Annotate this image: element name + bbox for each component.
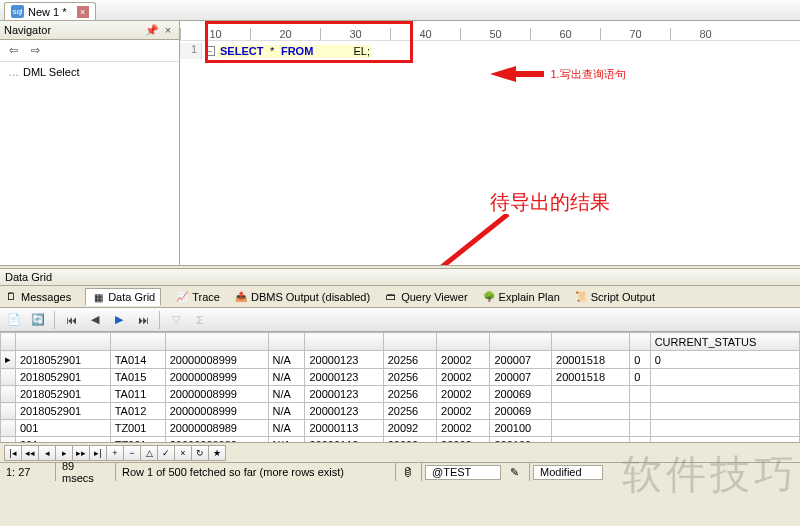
- rec-last-icon[interactable]: ▸|: [89, 445, 107, 461]
- prev-icon[interactable]: ◀: [85, 310, 105, 330]
- tree-item-dml-select[interactable]: DML Select: [8, 66, 171, 78]
- first-icon[interactable]: ⏮: [61, 310, 81, 330]
- cell[interactable]: [552, 386, 630, 403]
- cell[interactable]: TZ001: [110, 420, 165, 437]
- table-row[interactable]: 2018052901TA01520000008999N/A20000123202…: [1, 369, 800, 386]
- cell[interactable]: 200007: [490, 369, 552, 386]
- close-icon[interactable]: ×: [77, 6, 89, 18]
- rec-commit-icon[interactable]: ✓: [157, 445, 175, 461]
- cell[interactable]: 20002: [437, 420, 490, 437]
- table-row[interactable]: 2018052901TA01120000008999N/A20000123202…: [1, 386, 800, 403]
- rec-cancel-icon[interactable]: ×: [174, 445, 192, 461]
- cell[interactable]: 20000123: [305, 369, 383, 386]
- rec-prev-icon[interactable]: ◂: [38, 445, 56, 461]
- cell[interactable]: [630, 403, 650, 420]
- rec-edit-icon[interactable]: △: [140, 445, 158, 461]
- cell[interactable]: 20000008989: [165, 420, 268, 437]
- cell[interactable]: 200100: [490, 420, 552, 437]
- cell[interactable]: TA012: [110, 403, 165, 420]
- cell[interactable]: TA015: [110, 369, 165, 386]
- rec-bookmark-icon[interactable]: ★: [208, 445, 226, 461]
- cell[interactable]: N/A: [268, 386, 305, 403]
- cell[interactable]: N/A: [268, 420, 305, 437]
- cell[interactable]: TA014: [110, 351, 165, 369]
- cell[interactable]: 20000008999: [165, 403, 268, 420]
- sql-editor[interactable]: 1020304050607080 1 − SELECT * FROM EL; 1…: [180, 21, 800, 265]
- cell[interactable]: 20002: [437, 386, 490, 403]
- cell[interactable]: 0: [630, 351, 650, 369]
- tab-messages[interactable]: 🗒Messages: [4, 290, 71, 304]
- cell[interactable]: 20256: [383, 369, 436, 386]
- cell[interactable]: 200069: [490, 403, 552, 420]
- next-icon[interactable]: ▶: [109, 310, 129, 330]
- table-row[interactable]: 001TZ00120000008989N/A200001132009220002…: [1, 420, 800, 437]
- cell[interactable]: 001: [16, 420, 111, 437]
- cell[interactable]: [630, 386, 650, 403]
- cell[interactable]: 20000008999: [165, 369, 268, 386]
- cell[interactable]: TA011: [110, 386, 165, 403]
- refresh-icon[interactable]: 🔄: [28, 310, 48, 330]
- cell[interactable]: 20002: [437, 403, 490, 420]
- col-current-status[interactable]: CURRENT_STATUS: [650, 333, 799, 351]
- pin-icon[interactable]: 📌: [145, 23, 159, 37]
- filter-icon[interactable]: ▽: [166, 310, 186, 330]
- tab-new1[interactable]: sql New 1 * ×: [4, 2, 96, 20]
- cell[interactable]: 20001518: [552, 351, 630, 369]
- tab-explain-plan[interactable]: 🌳Explain Plan: [482, 290, 560, 304]
- fold-icon[interactable]: −: [205, 46, 215, 56]
- rec-first-icon[interactable]: |◂: [4, 445, 22, 461]
- cell[interactable]: 20000008999: [165, 351, 268, 369]
- data-grid[interactable]: CURRENT_STATUS ▸2018052901TA014200000089…: [0, 332, 800, 442]
- rec-add-icon[interactable]: +: [106, 445, 124, 461]
- cell[interactable]: 20256: [383, 351, 436, 369]
- cell[interactable]: [650, 386, 799, 403]
- rec-next-icon[interactable]: ▸: [55, 445, 73, 461]
- cell[interactable]: [650, 420, 799, 437]
- cell[interactable]: 200007: [490, 351, 552, 369]
- cell[interactable]: [552, 420, 630, 437]
- cell[interactable]: 2018052901: [16, 386, 111, 403]
- sum-icon[interactable]: Σ: [190, 310, 210, 330]
- cell[interactable]: 20000008999: [165, 386, 268, 403]
- cell[interactable]: N/A: [268, 369, 305, 386]
- tab-script-output[interactable]: 📜Script Output: [574, 290, 655, 304]
- cell[interactable]: 20000113: [305, 420, 383, 437]
- cell[interactable]: [630, 420, 650, 437]
- cell[interactable]: 2018052901: [16, 369, 111, 386]
- rec-del-icon[interactable]: −: [123, 445, 141, 461]
- rec-refresh-icon[interactable]: ↻: [191, 445, 209, 461]
- cell[interactable]: 200069: [490, 386, 552, 403]
- cell[interactable]: 2018052901: [16, 351, 111, 369]
- cell[interactable]: 20092: [383, 420, 436, 437]
- cell[interactable]: 20256: [383, 386, 436, 403]
- navigator-tree[interactable]: DML Select: [0, 62, 179, 265]
- cell[interactable]: 0: [650, 351, 799, 369]
- nav-next-icon[interactable]: ⇨: [26, 42, 44, 60]
- rec-prev-page-icon[interactable]: ◂◂: [21, 445, 39, 461]
- nav-prev-icon[interactable]: ⇦: [4, 42, 22, 60]
- cell[interactable]: 20000123: [305, 351, 383, 369]
- cell[interactable]: [552, 403, 630, 420]
- cell[interactable]: [650, 403, 799, 420]
- cell[interactable]: 2018052901: [16, 403, 111, 420]
- cell[interactable]: 20000123: [305, 386, 383, 403]
- panel-close-icon[interactable]: ×: [161, 23, 175, 37]
- table-row[interactable]: 2018052901TA01220000008999N/A20000123202…: [1, 403, 800, 420]
- export-icon[interactable]: 📄: [4, 310, 24, 330]
- rec-next-page-icon[interactable]: ▸▸: [72, 445, 90, 461]
- cell[interactable]: 0: [630, 369, 650, 386]
- last-icon[interactable]: ⏭: [133, 310, 153, 330]
- cell[interactable]: 20256: [383, 403, 436, 420]
- cell[interactable]: N/A: [268, 351, 305, 369]
- tab-data-grid[interactable]: ▦Data Grid: [85, 288, 161, 306]
- tab-trace[interactable]: 📈Trace: [175, 290, 220, 304]
- cell[interactable]: 20002: [437, 369, 490, 386]
- table-row[interactable]: ▸2018052901TA01420000008999N/A2000012320…: [1, 351, 800, 369]
- tab-query-viewer[interactable]: 🗃Query Viewer: [384, 290, 467, 304]
- tab-dbms-output[interactable]: 📤DBMS Output (disabled): [234, 290, 370, 304]
- cell[interactable]: 20001518: [552, 369, 630, 386]
- cell[interactable]: 20000123: [305, 403, 383, 420]
- sql-code[interactable]: SELECT * FROM EL;: [218, 45, 372, 58]
- cell[interactable]: 20002: [437, 351, 490, 369]
- cell[interactable]: [650, 369, 799, 386]
